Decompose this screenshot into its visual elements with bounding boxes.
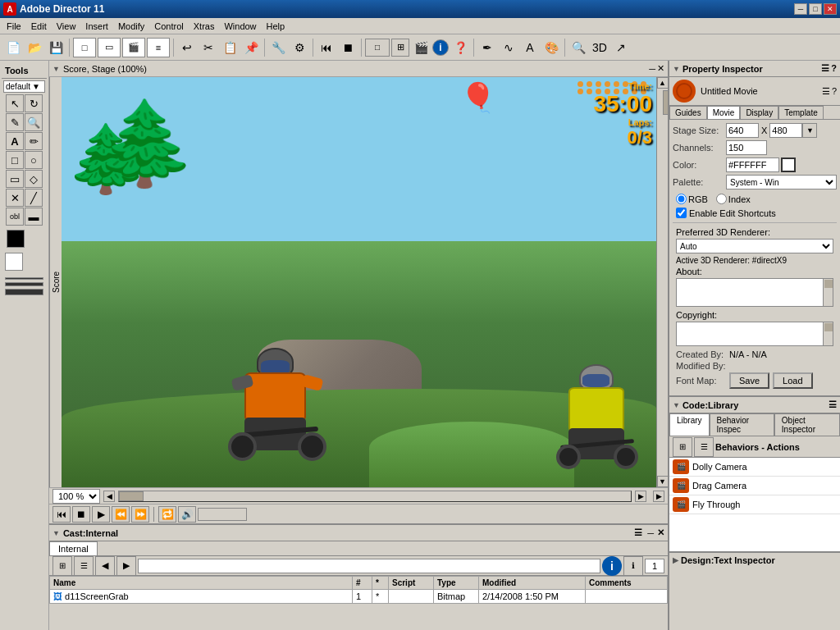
tb-score[interactable]: ≡ [147, 38, 170, 57]
pb-volume[interactable]: 🔊 [178, 506, 196, 523]
tool-rect[interactable]: □ [6, 151, 24, 169]
vscroll-thumb[interactable] [663, 90, 669, 115]
tb-new[interactable]: 📄 [3, 38, 23, 57]
pi-copyright-scroll-thumb[interactable] [824, 323, 833, 331]
pi-radio-index-input[interactable] [716, 194, 727, 204]
tb-pen[interactable]: ✒ [477, 38, 497, 57]
hscroll-right2[interactable]: ▶ [653, 491, 664, 502]
pi-tab-movie[interactable]: Movie [707, 106, 741, 119]
cast-view-grid[interactable]: ⊞ [52, 556, 72, 576]
tool-obl[interactable]: obl [6, 208, 24, 226]
pi-stage-size-dropdown[interactable]: ▼ [802, 123, 817, 138]
zoom-select[interactable]: 100 % 50 % 200 % [52, 489, 100, 504]
tb-debug1[interactable]: 🔧 [268, 38, 288, 57]
tb-zoom-in[interactable]: 🔍 [568, 38, 588, 57]
tb-copy[interactable]: 📋 [220, 38, 240, 57]
cast-collapse-icon[interactable]: ▼ [52, 529, 60, 537]
menu-insert[interactable]: Insert [80, 20, 113, 33]
pi-enable-edit-checkbox[interactable] [676, 208, 687, 218]
code-item-drag[interactable]: 🎬 Drag Camera [669, 477, 840, 495]
stage-close-icon[interactable]: ✕ [657, 63, 664, 74]
pi-radio-rgb-input[interactable] [676, 194, 687, 204]
tb-ext[interactable]: ↗ [611, 38, 631, 57]
pi-help-icon[interactable]: ? [831, 63, 837, 74]
code-collapse-icon[interactable]: ▼ [673, 401, 680, 409]
vscroll-up[interactable]: ▲ [657, 77, 669, 89]
pi-3d-select[interactable]: Auto [676, 239, 833, 253]
pb-forward[interactable]: ⏩ [131, 506, 149, 523]
pi-tab-display[interactable]: Display [740, 106, 778, 119]
tb-movie[interactable]: ▭ [98, 38, 121, 57]
menu-window[interactable]: Window [219, 20, 261, 33]
close-button[interactable]: ✕ [824, 3, 837, 15]
pi-about-textarea[interactable] [676, 278, 833, 307]
cast-info-icon[interactable]: i [602, 556, 622, 576]
pb-volume-slider[interactable] [198, 508, 247, 521]
stage-minimize-icon[interactable]: ─ [649, 64, 655, 74]
line-style-thick[interactable] [5, 289, 43, 295]
tb-stop[interactable]: ⏹ [338, 38, 358, 57]
pi-copyright-textarea[interactable] [676, 322, 833, 346]
pi-radio-index[interactable]: Index [716, 194, 751, 204]
cast-close-icon[interactable]: ✕ [657, 527, 664, 538]
tb-text[interactable]: A [520, 38, 540, 57]
cast-tab-internal[interactable]: Internal [49, 541, 98, 555]
pi-stage-width[interactable] [726, 123, 759, 138]
tool-roundrect[interactable]: ▭ [6, 170, 24, 188]
tb-paint[interactable]: 🎨 [541, 38, 561, 57]
cast-options-icon[interactable]: ☰ [634, 527, 642, 538]
cast-view-list[interactable]: ☰ [74, 556, 94, 576]
pi-color-swatch[interactable] [781, 158, 796, 172]
cast-minimize-icon[interactable]: ─ [647, 528, 654, 538]
pi-color-input[interactable] [726, 158, 779, 172]
tool-pencil[interactable]: ✎ [6, 113, 24, 131]
tb-open[interactable]: 📂 [25, 38, 44, 57]
tb-debug2[interactable]: ⚙ [290, 38, 309, 57]
maximize-button[interactable]: □ [809, 3, 822, 15]
menu-help[interactable]: Help [262, 20, 290, 33]
vscroll-down[interactable]: ▼ [657, 476, 669, 487]
default-dropdown[interactable]: default ▼ [3, 80, 45, 93]
menu-xtras[interactable]: Xtras [189, 20, 220, 33]
hscroll-left[interactable]: ◀ [103, 491, 115, 502]
table-row[interactable]: 🖼 d11ScreenGrab 1 * Bitmap 2/14/2008 1:5… [50, 590, 668, 604]
menu-view[interactable]: View [52, 20, 81, 33]
stage-canvas[interactable]: 🌲 🌲 🎈 [62, 77, 656, 487]
bg-color-swatch[interactable] [5, 253, 23, 271]
tb-stagewin[interactable]: □ [365, 39, 390, 57]
pi-tab-template[interactable]: Template [778, 106, 824, 119]
tool-line[interactable]: ╱ [25, 189, 43, 207]
pi-radio-rgb[interactable]: RGB [676, 194, 708, 204]
pb-back[interactable]: ⏪ [112, 506, 130, 523]
code-item-dolly[interactable]: 🎬 Dolly Camera [669, 458, 840, 477]
design-collapse-icon[interactable]: ▶ [673, 556, 678, 564]
code-tab-library[interactable]: Library [669, 413, 710, 436]
tb-stage[interactable]: □ [73, 38, 96, 57]
menu-control[interactable]: Control [149, 20, 188, 33]
tool-cross[interactable]: ✕ [6, 189, 24, 207]
code-item-fly[interactable]: 🎬 Fly Through [669, 495, 840, 514]
menu-edit[interactable]: Edit [26, 20, 52, 33]
fg-color-swatch[interactable] [7, 230, 25, 248]
pi-checkbox-row[interactable]: Enable Edit Shortcuts [673, 206, 837, 220]
tb-help[interactable]: ❓ [450, 38, 470, 57]
tool-rotate[interactable]: ↻ [25, 94, 43, 112]
hscroll-inner[interactable] [118, 491, 632, 502]
code-tab-object[interactable]: Object Inspector [774, 413, 840, 436]
code-tab-behavior[interactable]: Behavior Inspec [710, 413, 774, 436]
tool-diamond[interactable]: ◇ [25, 170, 43, 188]
tool-text[interactable]: A [6, 132, 24, 150]
tool-eyedropper[interactable]: ✏ [25, 132, 43, 150]
code-list-icon[interactable]: ☰ [694, 437, 714, 457]
hscroll-track[interactable] [118, 491, 632, 502]
pi-stage-height[interactable] [769, 123, 802, 138]
tool-arrow[interactable]: ↖ [6, 94, 24, 112]
pb-loop[interactable]: 🔁 [158, 506, 176, 523]
tb-paste[interactable]: 📌 [241, 38, 261, 57]
tool-zoom[interactable]: 🔍 [25, 113, 43, 131]
pi-movie-help-icon[interactable]: ? [832, 86, 837, 97]
pi-load-button[interactable]: Load [773, 372, 812, 389]
cast-info-btn[interactable]: ℹ [623, 556, 643, 576]
pb-rewind[interactable]: ⏮ [52, 506, 71, 523]
menu-file[interactable]: File [2, 20, 26, 33]
